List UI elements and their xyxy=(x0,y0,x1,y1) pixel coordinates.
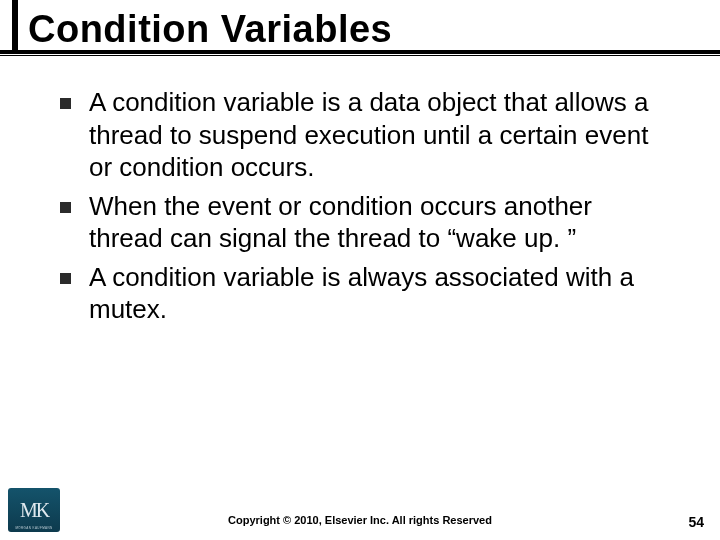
slide-body: A condition variable is a data object th… xyxy=(60,86,660,332)
list-item: A condition variable is a data object th… xyxy=(60,86,660,184)
square-bullet-icon xyxy=(60,273,71,284)
bullet-text: When the event or condition occurs anoth… xyxy=(89,190,660,255)
slide-title: Condition Variables xyxy=(28,8,392,51)
title-underline-thin xyxy=(0,55,720,56)
logo-subtext: MORGAN KAUFMANN xyxy=(12,526,56,530)
square-bullet-icon xyxy=(60,202,71,213)
bullet-text: A condition variable is always associate… xyxy=(89,261,660,326)
title-wrap: Condition Variables xyxy=(28,8,392,51)
page-number: 54 xyxy=(688,514,704,530)
square-bullet-icon xyxy=(60,98,71,109)
title-vertical-bar xyxy=(12,0,18,50)
copyright-text: Copyright © 2010, Elsevier Inc. All righ… xyxy=(0,514,720,526)
slide: Condition Variables A condition variable… xyxy=(0,0,720,540)
list-item: When the event or condition occurs anoth… xyxy=(60,190,660,255)
title-underline-thick xyxy=(0,50,720,54)
bullet-text: A condition variable is a data object th… xyxy=(89,86,660,184)
list-item: A condition variable is always associate… xyxy=(60,261,660,326)
